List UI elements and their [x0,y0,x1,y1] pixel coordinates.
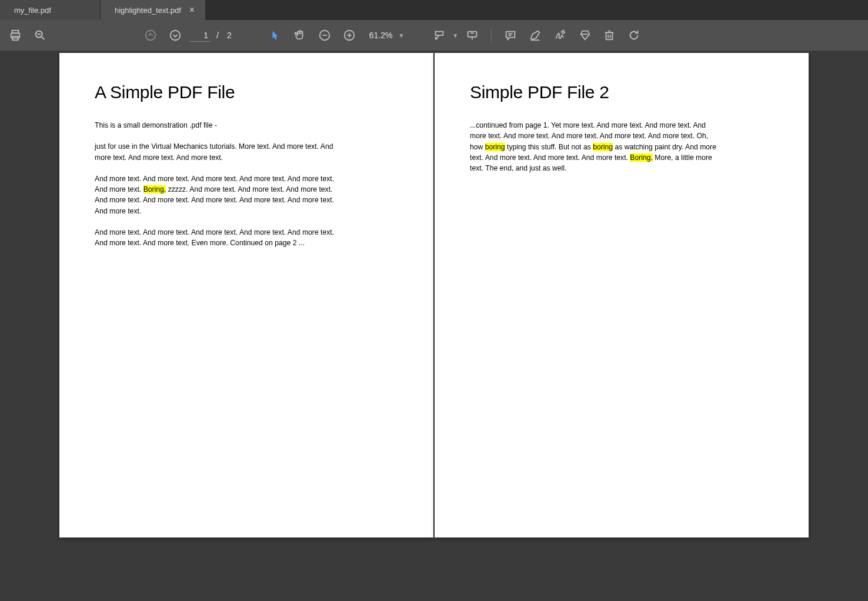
pdf-page-2: Simple PDF File 2 ...continued from page… [435,53,809,537]
zoom-dropdown[interactable]: 61.2% ▼ [363,31,410,40]
svg-rect-23 [606,32,613,39]
print-button[interactable] [5,25,26,46]
svg-line-4 [42,37,45,40]
page-title: Simple PDF File 2 [470,82,773,102]
paragraph: And more text. And more text. And more t… [95,227,342,249]
page-viewer[interactable]: A Simple PDF File This is a small demons… [0,51,868,601]
chevron-down-icon: ▼ [398,32,404,39]
tab-highlighted-text[interactable]: highlighted_text.pdf × [101,0,205,20]
toolbar-divider [491,27,492,44]
svg-rect-15 [468,32,477,37]
page-number-input[interactable] [189,29,211,42]
highlighted-text: Boring, [143,185,166,193]
tab-label: my_file.pdf [14,6,51,15]
tab-label: highlighted_text.pdf [115,6,181,15]
svg-rect-13 [436,32,443,35]
page-separator: / [214,31,221,40]
svg-point-6 [146,31,156,41]
sign-button[interactable] [549,25,570,46]
tab-bar: my_file.pdf highlighted_text.pdf × [0,0,868,20]
search-button[interactable] [29,25,51,46]
text: And more text. And more text. And more t… [95,228,334,247]
hand-tool-button[interactable] [289,25,311,46]
highlighted-text: boring [593,143,613,151]
paragraph: ...continued from page 1. Yet more text.… [470,120,717,173]
highlighted-text: Boring. [630,153,653,162]
text: just for use in the Virtual Mechanics tu… [95,142,333,161]
chevron-down-icon[interactable]: ▼ [452,32,458,39]
paragraph: just for use in the Virtual Mechanics tu… [95,141,342,163]
paragraph: And more text. And more text. And more t… [95,173,342,216]
page-down-button[interactable] [165,25,186,46]
rotate-button[interactable] [623,25,645,46]
delete-button[interactable] [599,25,620,46]
stamp-button[interactable] [574,25,595,46]
text: This is a small demonstration .pdf file … [95,121,217,129]
highlight-button[interactable] [525,25,546,46]
fit-width-button[interactable] [429,25,450,46]
svg-point-7 [171,31,181,41]
close-icon[interactable]: × [189,5,195,15]
page-up-button[interactable] [140,25,161,46]
pdf-page-1: A Simple PDF File This is a small demons… [59,53,433,537]
text: typing this stuff. But not as [505,143,593,151]
toolbar: / 2 61.2% ▼ ▼ [0,20,868,51]
zoom-out-button[interactable] [314,25,335,46]
highlighted-text: boring [485,143,505,151]
page-title: A Simple PDF File [95,82,398,102]
presentation-button[interactable] [462,25,483,46]
zoom-level: 61.2% [369,31,393,40]
cursor-tool-button[interactable] [265,25,286,46]
tab-my-file[interactable]: my_file.pdf [0,0,100,20]
page-total: 2 [225,31,234,40]
paragraph: This is a small demonstration .pdf file … [95,120,342,131]
comment-button[interactable] [500,25,521,46]
zoom-in-button[interactable] [339,25,360,46]
